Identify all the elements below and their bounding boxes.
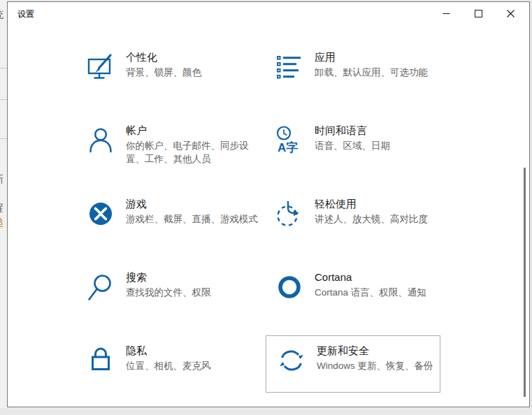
background-text-fragment: 新 [0, 173, 3, 186]
tile-subtitle: 你的帐户、电子邮件、同步设 置、工作、其他人员 [126, 139, 249, 166]
background-window-sliver: 统 新 醒 递 [0, 0, 7, 408]
tile-subtitle: 讲述人、放大镜、高对比度 [315, 212, 428, 226]
background-divider [0, 99, 7, 100]
scrollbar-thumb[interactable] [524, 168, 526, 397]
tile-subtitle: 位置、相机、麦克风 [126, 359, 211, 372]
tile-title: 时间和语言 [315, 124, 390, 138]
tile-title: 游戏 [126, 197, 258, 211]
tile-search[interactable]: 搜索 查找我的文件、权限 [77, 261, 266, 334]
tile-title: 轻松使用 [315, 197, 428, 211]
lock-icon [85, 345, 116, 376]
background-divider [0, 138, 7, 139]
close-button[interactable] [494, 3, 526, 24]
tile-gaming[interactable]: 游戏 游戏栏、截屏、直播、游戏模式 [77, 187, 266, 261]
tile-title: 帐户 [126, 124, 249, 138]
minimize-button[interactable] [430, 3, 462, 24]
tile-ease-of-access[interactable]: 轻松使用 讲述人、放大镜、高对比度 [266, 187, 454, 261]
tile-title: 搜索 [126, 270, 211, 284]
user-icon [85, 125, 116, 156]
tile-subtitle: Cortana 语言、权限、通知 [315, 286, 426, 299]
maximize-button[interactable] [462, 3, 494, 24]
tile-title: 个性化 [126, 50, 201, 64]
minimize-icon [443, 10, 450, 17]
background-text-fragment: 统 [0, 8, 3, 21]
tile-subtitle: 背景、锁屏、颜色 [126, 66, 201, 79]
tile-subtitle: 查找我的文件、权限 [126, 286, 211, 299]
tile-title: 应用 [315, 50, 428, 64]
tile-personalization[interactable]: 个性化 背景、锁屏、颜色 [77, 41, 266, 114]
apps-list-icon [274, 52, 305, 82]
tile-subtitle: 语音、区域、日期 [315, 139, 390, 152]
tile-title: 更新和安全 [317, 344, 433, 358]
icon-text: A字 [278, 140, 298, 154]
cortana-ring-icon [274, 272, 305, 303]
tile-subtitle: 游戏栏、截屏、直播、游戏模式 [126, 212, 258, 226]
close-icon [507, 10, 515, 17]
sync-arrows-icon [276, 345, 307, 376]
search-icon [85, 272, 116, 303]
clock-language-icon: A字 [274, 125, 305, 156]
background-text-fragment: 递 [0, 217, 3, 229]
ease-of-access-icon [274, 198, 305, 229]
tile-accounts[interactable]: 帐户 你的帐户、电子邮件、同步设 置、工作、其他人员 [77, 114, 266, 187]
title-bar: 设置 [8, 2, 529, 24]
settings-category-grid: 个性化 背景、锁屏、颜色 应用 卸 [77, 41, 454, 407]
tile-subtitle: 卸载、默认应用、可选功能 [315, 66, 428, 79]
tile-title: 隐私 [126, 344, 211, 358]
tile-cortana[interactable]: Cortana Cortana 语言、权限、通知 [266, 261, 454, 334]
tile-apps[interactable]: 应用 卸载、默认应用、可选功能 [266, 41, 454, 114]
maximize-icon [475, 10, 482, 17]
tile-privacy[interactable]: 隐私 位置、相机、麦克风 [77, 334, 266, 407]
background-text-fragment: 醒 [0, 202, 3, 214]
window-title: 设置 [17, 8, 34, 20]
background-divider [0, 68, 7, 68]
caption-buttons [430, 3, 526, 24]
xbox-icon [85, 198, 116, 229]
tile-subtitle: Windows 更新、恢复、备份 [317, 359, 433, 372]
personalization-icon [85, 52, 116, 82]
tile-title: Cortana [315, 270, 426, 284]
tile-update-security[interactable]: 更新和安全 Windows 更新、恢复、备份 [266, 335, 440, 393]
tile-time-language[interactable]: A字 时间和语言 语音、区域、日期 [266, 114, 454, 187]
